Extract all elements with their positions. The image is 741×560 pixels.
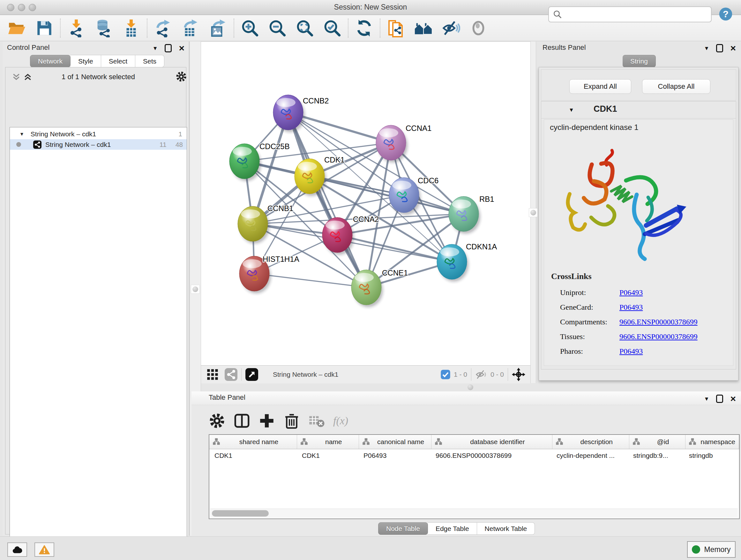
tab-network[interactable]: Network — [30, 55, 71, 67]
help-button[interactable]: ? — [719, 7, 733, 21]
grid-mode-icon[interactable] — [206, 368, 219, 381]
network-node-CCNA1[interactable]: CCNA1 — [376, 124, 431, 163]
expand-all-icon[interactable] — [23, 72, 32, 83]
search-icon — [553, 10, 562, 19]
network-view-toolbar: String Network – cdk1 1 - 0 0 - 0 — [201, 365, 530, 383]
table-panel-close-icon[interactable]: × — [730, 395, 736, 402]
string-protein-query-button[interactable] — [382, 17, 410, 40]
delete-column-trash-icon[interactable] — [283, 413, 300, 429]
table-panel-maximize-icon[interactable] — [716, 395, 723, 403]
network-node-CDKN1A[interactable]: CDKN1A — [437, 242, 497, 282]
crosslink-link[interactable]: 9606.ENSP00000378699 — [619, 332, 697, 341]
table-panel-float-icon[interactable]: ▼ — [704, 396, 710, 401]
column-header-shared-name[interactable]: shared name — [209, 435, 297, 449]
fit-content-crosshair-icon[interactable] — [512, 368, 525, 381]
node-label: CCNE1 — [382, 268, 408, 277]
import-table-button[interactable] — [118, 17, 145, 40]
warnings-button[interactable] — [35, 543, 54, 557]
gene-section-collapse-icon[interactable]: ▼ — [569, 107, 574, 113]
column-header-name[interactable]: name — [297, 435, 359, 449]
network-node-HIST1H1A[interactable]: HIST1H1A — [239, 255, 299, 294]
column-header-namespace[interactable]: namespace — [685, 435, 739, 449]
crosslinks-heading: CrossLinks — [551, 272, 592, 281]
open-session-button[interactable] — [3, 17, 30, 40]
network-view-title: String Network – cdk1 — [273, 371, 338, 378]
network-node-CCNA2[interactable]: CCNA2 — [322, 215, 379, 255]
crosslink-row: Tissues:9606.ENSP00000378699 — [560, 329, 726, 344]
network-options-gear-button[interactable] — [176, 71, 187, 84]
refresh-button[interactable] — [350, 17, 378, 40]
tab-style[interactable]: Style — [71, 55, 101, 67]
export-network-button[interactable] — [149, 17, 177, 40]
function-builder-button[interactable]: f(x) — [333, 415, 348, 427]
selected-checkbox-icon[interactable] — [441, 369, 451, 380]
column-header-description[interactable]: description — [552, 435, 629, 449]
export-table-button[interactable] — [177, 17, 204, 40]
scrollbar-thumb[interactable] — [212, 510, 269, 516]
import-network-button[interactable] — [63, 17, 90, 40]
network-edge-CCNB2-CCNE1[interactable] — [288, 112, 366, 287]
network-mode-icon[interactable] — [225, 368, 238, 381]
delete-table-icon[interactable] — [308, 413, 325, 429]
show-hidden-button[interactable] — [465, 17, 492, 40]
cloud-status-button[interactable] — [7, 543, 27, 557]
import-network-from-database-button[interactable] — [90, 17, 118, 40]
tree-expander-icon[interactable]: ▼ — [19, 131, 24, 137]
results-panel-float-icon[interactable]: ▼ — [704, 46, 710, 51]
tab-node-table[interactable]: Node Table — [378, 522, 428, 535]
network-node-RB1[interactable]: RB1 — [449, 195, 494, 234]
control-panel-maximize-icon[interactable] — [165, 44, 172, 52]
save-session-button[interactable] — [30, 17, 58, 40]
hide-selected-button[interactable] — [437, 17, 465, 40]
control-panel-close-icon[interactable]: × — [179, 45, 185, 51]
tab-select[interactable]: Select — [101, 55, 135, 67]
horizontal-scrollbar[interactable] — [210, 509, 738, 518]
network-node-CCNB2[interactable]: CCNB2 — [273, 95, 329, 132]
results-panel-close-icon[interactable]: × — [730, 45, 736, 51]
zoom-selected-button[interactable] — [319, 17, 346, 40]
collapse-all-button[interactable]: Collapse All — [642, 79, 711, 94]
tab-string[interactable]: String — [623, 55, 656, 67]
toolbar-separator — [147, 18, 147, 38]
hidden-eye-slash-icon[interactable] — [475, 369, 487, 380]
network-edge-HIST1H1A-CCNE1[interactable] — [254, 273, 366, 287]
network-selection-summary: 1 of 1 Network selected — [38, 73, 159, 81]
expand-all-button[interactable]: Expand All — [569, 79, 631, 94]
navigator-icon[interactable] — [246, 368, 258, 381]
network-collection-row[interactable]: ▼ String Network – cdk1 1 — [10, 129, 187, 139]
column-header--id[interactable]: @id — [629, 435, 685, 449]
search-input[interactable] — [548, 6, 712, 22]
network-row-selected[interactable]: String Network – cdk1 11 48 — [10, 139, 187, 150]
add-column-icon[interactable] — [259, 413, 275, 429]
memory-button[interactable]: Memory — [687, 541, 736, 558]
crosslink-link[interactable]: P06493 — [619, 347, 643, 356]
table-row[interactable]: CDK1CDK1P064939606.ENSP00000378699cyclin… — [209, 449, 739, 462]
left-splitter-handle[interactable] — [191, 285, 200, 294]
network-node-CDC25B[interactable]: CDC25B — [229, 142, 290, 181]
zoom-fit-button[interactable] — [291, 17, 319, 40]
table-settings-gear-icon[interactable] — [209, 413, 225, 429]
column-header-canonical-name[interactable]: canonical name — [359, 435, 431, 449]
tab-sets[interactable]: Sets — [135, 55, 164, 67]
node-label: RB1 — [479, 195, 494, 203]
results-panel-maximize-icon[interactable] — [716, 44, 723, 52]
network-node-CCNB1[interactable]: CCNB1 — [238, 204, 293, 244]
network-node-CDK1[interactable]: CDK1 — [294, 155, 345, 196]
export-image-button[interactable] — [204, 17, 232, 40]
home-layout-button[interactable] — [410, 17, 437, 40]
zoom-selected-icon — [323, 19, 341, 37]
network-view-canvas[interactable]: CCNB2CCNA1CDC25BCDK1CDC6RB1CCNB1CCNA2CDK… — [201, 42, 530, 366]
zoom-out-button[interactable] — [264, 17, 291, 40]
tab-edge-table[interactable]: Edge Table — [428, 522, 477, 535]
crosslink-link[interactable]: P06493 — [619, 288, 643, 297]
crosslink-link[interactable]: P06493 — [619, 303, 643, 312]
collapse-all-icon[interactable] — [11, 72, 21, 83]
tab-network-table[interactable]: Network Table — [477, 522, 535, 535]
control-panel-float-icon[interactable]: ▼ — [152, 46, 158, 51]
crosslink-link[interactable]: 9606.ENSP00000378699 — [619, 318, 697, 326]
zoom-in-button[interactable] — [236, 17, 264, 40]
column-header-database-identifier[interactable]: database identifier — [431, 435, 553, 449]
network-node-CCNE1[interactable]: CCNE1 — [351, 268, 408, 307]
show-columns-icon[interactable] — [233, 413, 250, 429]
table-splitter-handle[interactable] — [466, 383, 475, 391]
